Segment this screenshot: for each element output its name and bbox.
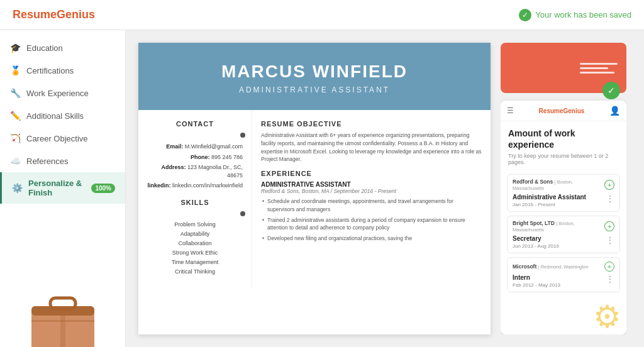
add-exp-3-button[interactable]: + — [604, 262, 614, 272]
sidebar-item-work-experience[interactable]: 🔧 Work Experience — [0, 82, 125, 104]
main-layout: 🎓 Education 🏅 Certifications 🔧 Work Expe… — [0, 30, 644, 347]
resume-job-title: ADMINISTRATIVE ASSISTANT — [151, 85, 478, 94]
resume-name: MARCUS WINFIELD — [151, 62, 478, 82]
exp-card-2: Bright Spot, LTD | Boston, Massachusetts… — [507, 216, 620, 253]
exp-card-3-header: Microsoft | Redmond, Washington + — [513, 262, 614, 272]
exp-1-job-title: Administrative Assistant — [513, 194, 586, 201]
mobile-card: ☰ ResumeGenius 👤 Amount of work experien… — [501, 101, 626, 334]
sidebar-item-career-objective[interactable]: 🏹 Career Objective — [0, 127, 125, 150]
right-panel: ✓ ☰ ResumeGenius 👤 Amount of work experi… — [501, 43, 626, 334]
objective-section-title: RESUME OBJECTIVE — [261, 120, 482, 128]
panel-subtitle: Try to keep your resume between 1 or 2 p… — [501, 153, 626, 170]
sidebar-item-label: Career Objective — [26, 134, 88, 143]
gear-decoration: ⚙ — [501, 296, 626, 334]
add-exp-2-button[interactable]: + — [604, 221, 614, 231]
orange-line-1 — [580, 63, 618, 65]
skills-section-title: SKILLS — [147, 199, 243, 206]
sidebar-item-references[interactable]: ☁️ References — [0, 150, 125, 172]
exp-3-more-button[interactable]: ⋮ — [606, 274, 614, 284]
address-label: Address: — [161, 164, 186, 170]
exp-card-1: Redford & Sons | Boston, Massachusetts +… — [507, 174, 620, 212]
exp-2-dates: Jun 2013 - Aug 2016 — [513, 243, 559, 249]
add-exp-1-button[interactable]: + — [604, 180, 614, 190]
sidebar-item-education[interactable]: 🎓 Education — [0, 36, 125, 59]
contact-address: Address: 123 Magnolia Dr., SC, 48675 — [147, 163, 243, 179]
company-1-name: Redford & Sons — [513, 179, 553, 185]
exp-1-dates: Jan 2016 - Present — [513, 202, 586, 207]
job-company-period: Redford & Sons, Boston, MA / September 2… — [261, 188, 482, 194]
saved-message: ✓ Your work has been saved — [519, 9, 631, 21]
orange-card: ✓ — [501, 43, 626, 93]
skill-item: Critical Thinking — [147, 268, 243, 275]
resume-preview: MARCUS WINFIELD ADMINISTRATIVE ASSISTANT… — [138, 43, 491, 334]
orange-line-2 — [580, 67, 608, 69]
bullet-2: Trained 2 administrative assistants duri… — [267, 216, 482, 233]
sidebar-item-additional-skills[interactable]: ✏️ Additional Skills — [0, 104, 125, 127]
sidebar-item-certifications[interactable]: 🏅 Certifications — [0, 59, 125, 82]
exp-card-2-header: Bright Spot, LTD | Boston, Massachusetts… — [513, 220, 614, 233]
skill-item: Strong Work Ethic — [147, 250, 243, 256]
orange-line-3 — [580, 72, 614, 74]
exp-3-dates: Feb 2012 - May 2013 — [513, 282, 560, 288]
gear-icon: ⚙ — [593, 299, 621, 334]
panel-title: Amount of work experience — [501, 121, 626, 153]
orange-check-icon: ✓ — [602, 82, 620, 99]
skills-list: Problem Solving Adaptability Collaborati… — [147, 221, 243, 275]
company-2-name: Bright Spot, LTD — [513, 220, 555, 226]
sidebar-item-personalize-finish[interactable]: ⚙️ Personalize & Finish 100% — [0, 172, 125, 204]
experience-section-title: EXPERIENCE — [261, 170, 482, 177]
certifications-icon: 🏅 — [10, 65, 20, 75]
sidebar-illustration — [0, 272, 125, 347]
exp-3-job-title: Intern — [513, 274, 560, 281]
job-company: Redford & Sons, Boston, MA — [261, 188, 329, 194]
objective-text: Administrative Assistant with 6+ years o… — [261, 131, 482, 163]
skill-item: Problem Solving — [147, 221, 243, 228]
content-area: MARCUS WINFIELD ADMINISTRATIVE ASSISTANT… — [126, 30, 644, 347]
svg-rect-4 — [60, 306, 65, 347]
job-period: September 2016 - Present — [333, 188, 396, 194]
orange-lines-decoration — [580, 63, 618, 74]
mobile-logo-accent: Genius — [564, 107, 585, 114]
saved-check-icon: ✓ — [519, 9, 531, 21]
additional-skills-icon: ✏️ — [10, 111, 20, 121]
phone-label: Phone: — [191, 154, 210, 160]
skill-item: Adaptability — [147, 231, 243, 237]
sidebar: 🎓 Education 🏅 Certifications 🔧 Work Expe… — [0, 30, 126, 347]
exp-1-more-button[interactable]: ⋮ — [606, 194, 614, 204]
bullet-3: Developed new filing and organizational … — [267, 234, 482, 243]
logo-text-genius: Genius — [57, 8, 95, 21]
linkedin-label: linkedin: — [147, 182, 170, 189]
hamburger-icon: ☰ — [507, 106, 514, 115]
contact-linkedin: linkedin: linkedin.com/in/markwinfield — [147, 182, 243, 190]
email-value: M.Winfield@gmail.com — [185, 143, 243, 150]
completion-badge: 100% — [91, 184, 115, 193]
exp-2-job-title: Secretary — [513, 235, 559, 242]
exp-2-more-button[interactable]: ⋮ — [606, 235, 614, 245]
sidebar-item-label: References — [26, 157, 68, 166]
sidebar-item-label: Work Experience — [26, 89, 89, 98]
email-label: Email: — [166, 143, 183, 150]
company-3-location: | Redmond, Washington — [538, 264, 589, 270]
contact-section-title: CONTACT — [147, 120, 243, 128]
education-icon: 🎓 — [10, 43, 20, 53]
resume-body: CONTACT Email: M.Winfield@gmail.com Phon… — [138, 110, 491, 288]
exp-card-3: Microsoft | Redmond, Washington + Intern… — [507, 257, 620, 292]
personalize-icon: ⚙️ — [12, 183, 22, 193]
sidebar-item-label: Education — [26, 43, 63, 53]
contact-phone: Phone: 895 245 786 — [147, 153, 243, 162]
mobile-logo: ResumeGenius — [539, 107, 585, 114]
job-title: ADMINISTRATIVE ASSISTANT — [261, 181, 482, 188]
sidebar-item-label: Additional Skills — [26, 111, 84, 121]
mobile-user-icon: 👤 — [609, 106, 620, 116]
linkedin-value: linkedin.com/in/markwinfield — [172, 182, 243, 189]
bullet-1: Schedule and coordinate meetings, appoin… — [267, 197, 482, 214]
resume-right-column: RESUME OBJECTIVE Administrative Assistan… — [252, 110, 491, 288]
skill-item: Time Management — [147, 259, 243, 265]
phone-value: 895 245 786 — [211, 154, 243, 160]
mobile-logo-text: Resume — [539, 107, 564, 114]
sidebar-item-label: Certifications — [26, 66, 74, 75]
company-3-name: Microsoft — [513, 263, 536, 270]
logo: ResumeGenius — [13, 8, 95, 21]
logo-text-resume: Resume — [13, 8, 57, 21]
work-experience-icon: 🔧 — [10, 88, 20, 98]
